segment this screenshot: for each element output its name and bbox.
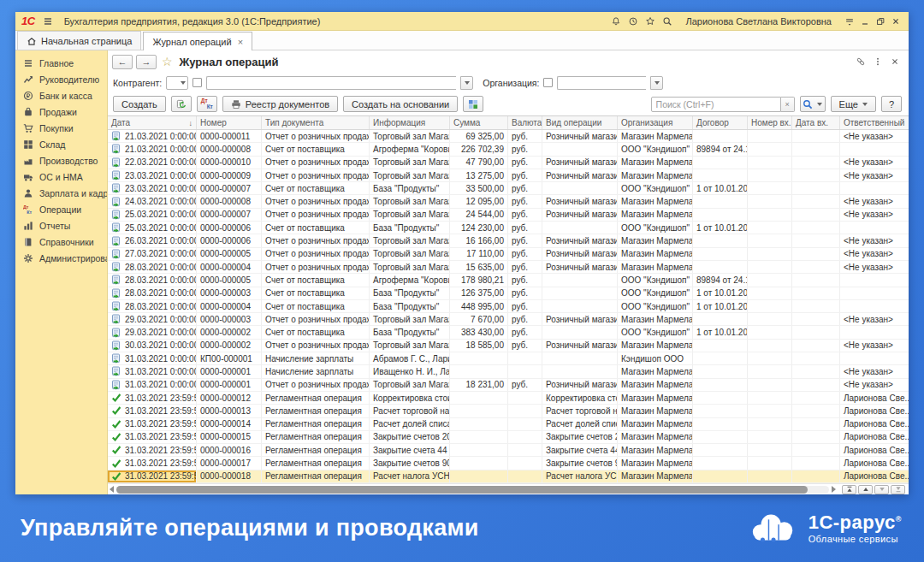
related-documents-button[interactable] bbox=[463, 96, 483, 112]
table-row[interactable]: 21.03.2021 0:00:000000-000011Отчет о роз… bbox=[108, 130, 909, 143]
table-row[interactable]: 31.03.2021 23:59:590000-000013Регламентн… bbox=[108, 405, 909, 417]
search-input[interactable] bbox=[651, 97, 781, 112]
more-button[interactable]: Еще bbox=[831, 96, 876, 112]
table-row[interactable]: 21.03.2021 0:00:000000-000008Счет от пос… bbox=[108, 143, 909, 156]
table-row[interactable]: 25.03.2021 0:00:000000-000006Счет от пос… bbox=[108, 222, 909, 234]
table-row[interactable]: 31.03.2021 23:59:590000-000016Регламентн… bbox=[108, 444, 909, 457]
service-menu-button[interactable] bbox=[842, 14, 856, 28]
column-header-incoming_date[interactable]: Дата вх. bbox=[792, 116, 840, 129]
counterparty-compare-select[interactable] bbox=[166, 76, 188, 90]
tab-home[interactable]: Начальная страница bbox=[17, 31, 141, 50]
search-button[interactable] bbox=[660, 14, 675, 29]
column-header-organization[interactable]: Организация bbox=[618, 116, 693, 129]
column-header-contract[interactable]: Договор bbox=[693, 116, 748, 129]
sidebar-item-pokupki[interactable]: Покупки bbox=[15, 120, 107, 136]
counterparty-filter-checkbox[interactable] bbox=[192, 78, 202, 87]
table-row[interactable]: 31.03.2021 23:59:590000-000014Регламентн… bbox=[108, 418, 909, 431]
table-row[interactable]: 23.03.2021 0:00:000000-000007Счет от пос… bbox=[108, 182, 909, 195]
organization-filter-checkbox[interactable] bbox=[543, 78, 553, 87]
scrollbar-track[interactable] bbox=[116, 486, 829, 494]
table-row[interactable]: 30.03.2021 0:00:000000-000002Отчет о роз… bbox=[108, 340, 909, 352]
table-row[interactable]: 25.03.2021 0:00:000000-000007Отчет о роз… bbox=[108, 209, 909, 222]
restore-button[interactable] bbox=[873, 14, 887, 28]
table-row[interactable]: 27.03.2021 0:00:000000-000005Отчет о роз… bbox=[108, 248, 909, 261]
link-icon[interactable] bbox=[853, 55, 868, 69]
sidebar-item-sklad[interactable]: Склад bbox=[15, 136, 107, 152]
create-button[interactable]: Создать bbox=[113, 96, 166, 112]
create-based-button[interactable]: Создать на основании bbox=[343, 96, 458, 112]
table-row[interactable]: 31.03.2021 23:59:590000-000017Регламентн… bbox=[108, 457, 909, 470]
tab-close-icon[interactable]: × bbox=[238, 37, 243, 47]
organization-input[interactable] bbox=[557, 76, 646, 90]
sidebar-item-os-nma[interactable]: ОС и НМА bbox=[15, 169, 107, 185]
table-row[interactable]: 28.03.2021 0:00:000000-000004Отчет о роз… bbox=[108, 261, 909, 274]
tab-journal[interactable]: Журнал операций × bbox=[143, 32, 252, 50]
go-last-button[interactable] bbox=[891, 485, 905, 494]
dtkt-postings-button[interactable]: ДтКт bbox=[197, 96, 217, 112]
organization-dropdown-icon[interactable] bbox=[650, 76, 663, 90]
sidebar-item-otchety[interactable]: Отчеты bbox=[15, 217, 107, 234]
register-button[interactable]: Реестр документов bbox=[222, 96, 338, 112]
table-cell-info: Торговый зал Магазина bbox=[370, 379, 450, 391]
table-row[interactable]: 28.03.2021 0:00:000000-000004Счет от пос… bbox=[108, 300, 909, 313]
table-row[interactable]: 31.03.2021 23:59:590000-000015Регламентн… bbox=[108, 431, 909, 444]
back-button[interactable]: ← bbox=[112, 55, 133, 69]
sidebar-item-rukovoditelyu[interactable]: Руководителю bbox=[15, 71, 107, 87]
favorites-button[interactable] bbox=[643, 14, 658, 29]
copy-document-button[interactable] bbox=[171, 96, 192, 112]
scrollbar-thumb[interactable] bbox=[116, 486, 808, 494]
table-row[interactable]: 29.03.2021 0:00:000000-000003Отчет о роз… bbox=[108, 313, 909, 326]
column-header-sum[interactable]: Сумма bbox=[450, 116, 508, 129]
sidebar-item-bank-kassa[interactable]: Банк и касса bbox=[15, 87, 107, 104]
table-row[interactable]: 22.03.2021 0:00:000000-000010Отчет о роз… bbox=[108, 157, 909, 169]
go-first-button[interactable] bbox=[842, 485, 856, 494]
history-button[interactable] bbox=[625, 14, 641, 29]
sidebar-item-operacii[interactable]: ДтКтОперации bbox=[15, 201, 107, 217]
column-header-incoming_number[interactable]: Номер вх. bbox=[748, 116, 792, 129]
go-next-button[interactable] bbox=[874, 485, 889, 494]
table-row[interactable]: 24.03.2021 0:00:000000-000008Отчет о роз… bbox=[108, 195, 909, 208]
column-header-currency[interactable]: Валюта bbox=[508, 116, 542, 129]
counterparty-input[interactable] bbox=[206, 76, 456, 90]
go-previous-button[interactable] bbox=[858, 485, 873, 494]
counterparty-dropdown-icon[interactable] bbox=[460, 76, 473, 90]
table-row[interactable]: 31.03.2021 23:59:590000-000012Регламентн… bbox=[108, 392, 909, 405]
table-row[interactable]: 31.03.2021 0:00:000000-000001Отчет о роз… bbox=[108, 379, 909, 392]
forward-button[interactable]: → bbox=[136, 55, 157, 69]
minimize-button[interactable] bbox=[857, 14, 872, 28]
table-row[interactable]: 26.03.2021 0:00:000000-000006Отчет о роз… bbox=[108, 234, 909, 247]
close-form-icon[interactable] bbox=[887, 55, 902, 69]
column-header-doc_type[interactable]: Тип документа bbox=[262, 116, 370, 129]
table-row[interactable]: 29.03.2021 0:00:000000-000002Счет от пос… bbox=[108, 326, 909, 339]
more-vert-icon[interactable] bbox=[870, 55, 885, 69]
table-row[interactable]: 31.03.2021 23:59:590000-000018Регламентн… bbox=[108, 470, 909, 483]
search-button[interactable] bbox=[800, 96, 826, 112]
sidebar-item-prodazhi[interactable]: Продажи bbox=[15, 104, 107, 120]
column-header-responsible[interactable]: Ответственный bbox=[840, 116, 909, 129]
scroll-right-icon[interactable] bbox=[832, 486, 836, 493]
table-row[interactable]: 28.03.2021 0:00:000000-000003Счет от пос… bbox=[108, 287, 909, 300]
table-row[interactable]: 28.03.2021 0:00:000000-000005Счет от пос… bbox=[108, 274, 909, 287]
sidebar-item-spravochniki[interactable]: Справочники bbox=[15, 234, 107, 250]
close-button[interactable] bbox=[888, 14, 903, 28]
column-header-date[interactable]: Дата↓ bbox=[108, 116, 197, 129]
column-header-number[interactable]: Номер bbox=[197, 116, 262, 129]
table-cell-responsible: <Не указан> bbox=[840, 234, 909, 246]
column-header-info[interactable]: Информация bbox=[370, 116, 450, 129]
favorite-star-icon[interactable]: ☆ bbox=[162, 55, 173, 68]
sidebar-item-glavnoe[interactable]: Главное bbox=[15, 55, 107, 71]
search-clear-icon[interactable]: × bbox=[781, 97, 795, 112]
sidebar-item-zarplata-kadry[interactable]: Зарплата и кадры bbox=[15, 185, 107, 201]
column-header-operation_kind[interactable]: Вид операции bbox=[542, 116, 618, 129]
table-row[interactable]: 31.03.2021 0:00:000000-000001Начисление … bbox=[108, 365, 909, 378]
help-button[interactable]: ? bbox=[881, 96, 902, 112]
current-user[interactable]: Ларионова Светлана Викторовна bbox=[685, 16, 832, 27]
scroll-left-icon[interactable] bbox=[110, 486, 114, 493]
horizontal-scrollbar bbox=[108, 483, 909, 494]
table-row[interactable]: 31.03.2021 0:00:00КП00-000001Начисление … bbox=[108, 352, 909, 365]
table-row[interactable]: 23.03.2021 0:00:000000-000009Отчет о роз… bbox=[108, 169, 909, 182]
sidebar-item-proizvodstvo[interactable]: Производство bbox=[15, 152, 107, 169]
main-menu-button[interactable] bbox=[40, 14, 56, 29]
notifications-button[interactable] bbox=[608, 14, 624, 29]
sidebar-item-administrirovanie[interactable]: Администрирование bbox=[15, 250, 107, 266]
